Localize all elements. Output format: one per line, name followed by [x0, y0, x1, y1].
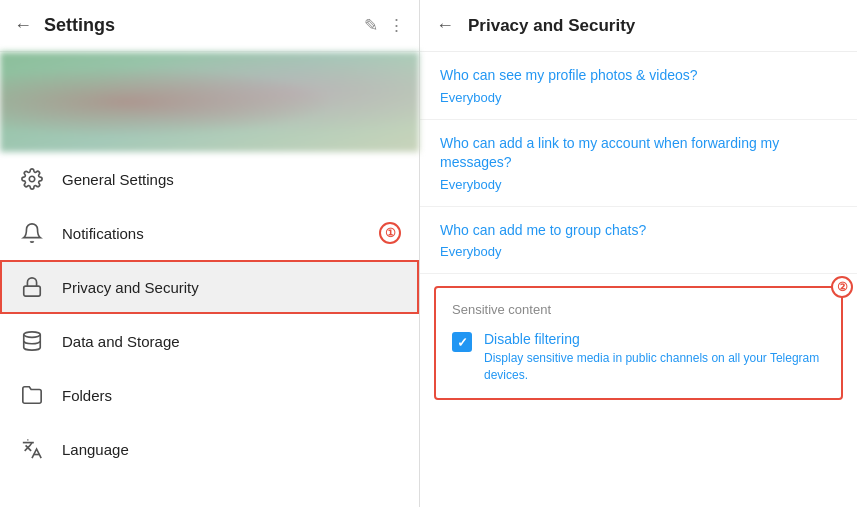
privacy-item-groups[interactable]: Who can add me to group chats? Everybody [420, 207, 857, 275]
sidebar-item-general[interactable]: General Settings [0, 152, 419, 206]
svg-point-2 [24, 332, 41, 338]
sensitive-text: Disable filtering Display sensitive medi… [484, 331, 825, 384]
privacy-item-forwarding[interactable]: Who can add a link to my account when fo… [420, 120, 857, 207]
privacy-question-forwarding: Who can add a link to my account when fo… [440, 134, 837, 173]
general-label: General Settings [62, 171, 401, 188]
right-panel: ← Privacy and Security Who can see my pr… [420, 0, 857, 507]
disable-filtering-checkbox[interactable] [452, 332, 472, 352]
right-content: Who can see my profile photos & videos? … [420, 52, 857, 507]
privacy-question-photos: Who can see my profile photos & videos? [440, 66, 837, 86]
notifications-label: Notifications [62, 225, 371, 242]
svg-point-0 [29, 176, 35, 182]
translate-icon [18, 435, 46, 463]
profile-banner [0, 52, 419, 152]
left-panel: ← Settings ✎ ⋮ General Settings [0, 0, 420, 507]
privacy-question-groups: Who can add me to group chats? [440, 221, 837, 241]
bell-icon [18, 219, 46, 247]
right-back-button[interactable]: ← [436, 15, 454, 36]
left-header: ← Settings ✎ ⋮ [0, 0, 419, 52]
settings-list: General Settings Notifications ① Privacy… [0, 152, 419, 507]
sensitive-content-section: ② Sensitive content Disable filtering Di… [434, 286, 843, 400]
sidebar-item-notifications[interactable]: Notifications ① [0, 206, 419, 260]
privacy-item-photos[interactable]: Who can see my profile photos & videos? … [420, 52, 857, 120]
data-label: Data and Storage [62, 333, 401, 350]
sensitive-title: Sensitive content [452, 302, 825, 317]
sensitive-row: Disable filtering Display sensitive medi… [452, 331, 825, 384]
privacy-answer-photos: Everybody [440, 90, 837, 105]
language-label: Language [62, 441, 401, 458]
notifications-badge: ① [379, 222, 401, 244]
folders-label: Folders [62, 387, 401, 404]
database-icon [18, 327, 46, 355]
gear-icon [18, 165, 46, 193]
privacy-answer-forwarding: Everybody [440, 177, 837, 192]
disable-filtering-desc: Display sensitive media in public channe… [484, 350, 825, 384]
privacy-label: Privacy and Security [62, 279, 401, 296]
settings-title: Settings [44, 15, 354, 36]
sidebar-item-language[interactable]: Language [0, 422, 419, 476]
folder-icon [18, 381, 46, 409]
sidebar-item-data[interactable]: Data and Storage [0, 314, 419, 368]
sidebar-item-privacy[interactable]: Privacy and Security [0, 260, 419, 314]
more-icon[interactable]: ⋮ [388, 15, 405, 36]
right-title: Privacy and Security [468, 16, 635, 36]
privacy-answer-groups: Everybody [440, 244, 837, 259]
disable-filtering-label: Disable filtering [484, 331, 825, 347]
svg-rect-1 [24, 286, 41, 296]
sensitive-badge: ② [831, 276, 853, 298]
right-header: ← Privacy and Security [420, 0, 857, 52]
edit-icon[interactable]: ✎ [364, 15, 378, 36]
back-button[interactable]: ← [14, 15, 32, 36]
sidebar-item-folders[interactable]: Folders [0, 368, 419, 422]
lock-icon [18, 273, 46, 301]
